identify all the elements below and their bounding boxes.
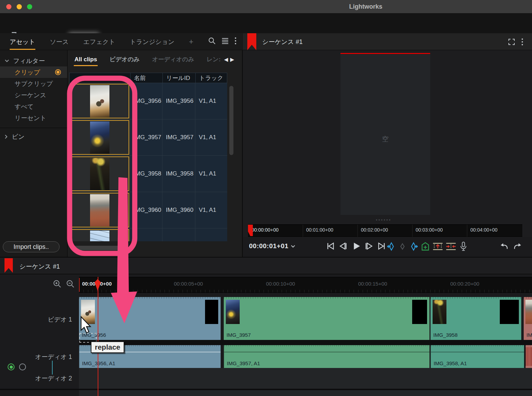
track-gap [79,340,532,345]
timeline-clip-partial[interactable]: IMG [524,297,532,340]
audio-monitor-radio-on[interactable] [8,363,15,370]
audio-clip-img3957[interactable]: IMG_3957, A1 [224,345,429,368]
audio-clip-partial[interactable] [525,345,532,368]
tab-effects[interactable]: エフェクト [83,34,115,50]
sidebar-item-all[interactable]: すべて [0,101,67,112]
tab-video-only[interactable]: ビデオのみ [109,51,140,66]
column-tracks[interactable]: トラック [195,73,227,83]
column-name[interactable]: 名前 [130,73,162,83]
clip-thumbnail[interactable] [90,194,109,226]
redo-icon[interactable] [513,242,523,251]
assets-panel-tabs: アセット ソース エフェクト トランジション + [0,33,242,50]
sidebar-item-recent[interactable]: リーセント [0,112,67,124]
cell-reel [162,228,195,241]
mark-out-icon[interactable] [409,242,418,251]
timeline-clip-img3957[interactable]: IMG_3957 [224,297,429,340]
ruler-label: 00:00:20+00 [450,281,479,287]
timeline-ruler[interactable]: 00:00:00+00 00:00:05+00 00:00:10+00 00:0… [79,277,532,293]
chevron-down-icon[interactable] [291,245,295,248]
clips-table: 名前 リールID トラック IMG_3956 IMG_3956 V1, A1 I… [69,73,227,241]
tab-range[interactable]: レン: [206,51,221,66]
cell-tracks: V1, A1 [195,156,227,192]
search-icon[interactable] [208,37,216,45]
tab-assets[interactable]: アセット [10,34,35,50]
audio2-track-label[interactable]: オーディオ 2 [0,374,72,382]
resize-handle-dots[interactable]: •••••• [376,217,391,223]
mouse-cursor [79,316,94,336]
table-row[interactable]: IMG_3956 IMG_3956 V1, A1 [69,83,227,119]
audio1-track-label[interactable]: オーディオ 1 [0,353,72,361]
timecode-display[interactable]: 00:00:01+01 [249,242,289,250]
cell-reel: IMG_3957 [162,119,195,155]
sidebar-item-sequences[interactable]: シーケンス [0,89,67,101]
vertical-scrollbar[interactable] [229,86,233,155]
tab-audio-only[interactable]: オーディオのみ [151,51,195,66]
ruler-label: 00:04:00+00 [467,227,497,233]
sidebar-item-bins[interactable]: ビン [0,131,67,142]
cell-tracks: V1, A1 [195,119,227,155]
maximize-window-button[interactable] [27,4,32,9]
table-row[interactable]: IMG_3960 IMG_3960 V1, A1 [69,192,227,228]
audio2-track-lane[interactable] [79,368,532,389]
zoom-out-icon[interactable] [66,279,75,288]
keyframe-diamond-icon[interactable] [398,242,407,251]
horizontal-scrollbar[interactable] [71,246,128,250]
tab-all-clips[interactable]: All clips [74,52,98,66]
cell-reel: IMG_3960 [162,192,195,228]
remove-gap-icon[interactable] [445,242,456,251]
filter-group-header[interactable]: フィルター [0,55,67,66]
timeline-clip-img3956[interactable]: IMG_3956 [79,297,221,340]
close-window-button[interactable] [6,4,11,9]
timeline-clip-img3958[interactable]: IMG_3958 [431,297,521,340]
audio-monitor-radio-off[interactable] [19,363,26,370]
fullscreen-icon[interactable] [508,38,515,46]
table-row[interactable] [69,228,227,241]
bookmark-icon[interactable] [5,258,13,273]
column-reel-id[interactable]: リールID [162,73,195,83]
clip-thumbnail[interactable] [90,231,109,242]
viewer-timeline-ruler[interactable]: 00:00:00+00 00:01:00+00 00:02:00+00 00:0… [248,224,522,237]
cell-reel: IMG_3956 [162,83,195,119]
add-panel-tab-button[interactable]: + [189,33,194,50]
sidebar-item-clips[interactable]: クリップ [0,66,67,78]
clip-thumbnail[interactable] [90,85,109,117]
skip-start-icon[interactable] [325,241,336,251]
undo-icon[interactable] [499,242,509,251]
mic-icon[interactable] [459,241,468,252]
tab-sources[interactable]: ソース [50,34,69,50]
list-icon[interactable] [221,37,229,45]
skip-end-icon[interactable] [376,241,387,251]
audio-clip-img3958[interactable]: IMG_3958, A1 [431,345,524,368]
mark-in-icon[interactable] [387,242,396,251]
kebab-icon[interactable] [234,37,237,45]
sidebar-item-label: クリップ [15,68,40,76]
import-clips-button[interactable]: Import clips.. [3,241,60,252]
step-back-icon[interactable] [338,241,348,251]
video-preview: 空 [340,54,430,215]
timeline-playhead-line[interactable] [98,277,98,396]
table-row[interactable]: IMG_3957 IMG_3957 V1, A1 [69,119,227,156]
kebab-icon[interactable] [521,38,524,46]
clip-thumbnail[interactable] [90,158,109,190]
clip-filter-tabs: All clips ビデオのみ オーディオのみ レン: ◀▶ [68,50,242,68]
sidebar-item-subclips[interactable]: サブクリップ [0,78,67,89]
clip-thumbnail[interactable] [90,122,109,154]
selection-border [70,156,129,191]
replace-insert-icon[interactable] [432,242,443,251]
cell-name [130,228,162,241]
video-track-label[interactable]: ビデオ 1 [0,315,72,324]
step-forward-icon[interactable] [364,241,374,251]
table-row[interactable]: IMG_3958 IMG_3958 V1, A1 [69,156,227,192]
insert-green-icon[interactable] [420,242,430,251]
zoom-in-icon[interactable] [53,279,62,288]
tab-transitions[interactable]: トランジション [130,34,175,50]
tab-scroll-arrows[interactable]: ◀▶ [224,56,236,63]
play-icon[interactable] [351,241,361,251]
bookmark-icon[interactable] [247,33,256,50]
selection-border [70,120,129,155]
clip-label: IMG_3956, A1 [82,360,115,366]
ruler-label: 00:00:15+00 [358,281,387,287]
clip-label: IMG_3958 [433,332,458,338]
minimize-window-button[interactable] [17,4,22,9]
titlebar: Lightworks [0,0,532,13]
